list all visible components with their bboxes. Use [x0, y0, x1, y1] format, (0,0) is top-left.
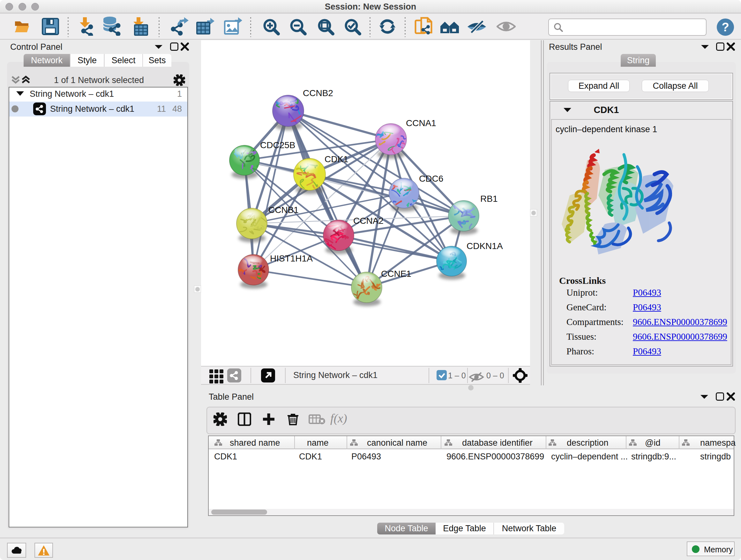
- svg-text:CDC6: CDC6: [419, 174, 443, 184]
- svg-text:CCNE1: CCNE1: [381, 269, 411, 279]
- svg-text:CCNA1: CCNA1: [406, 118, 436, 128]
- svg-text:CCNB1: CCNB1: [268, 205, 299, 215]
- svg-text:RB1: RB1: [480, 194, 497, 204]
- svg-text:CCNB2: CCNB2: [303, 88, 333, 98]
- svg-text:HIST1H1A: HIST1H1A: [270, 253, 313, 263]
- svg-text:CCNA2: CCNA2: [353, 216, 384, 226]
- svg-text:CDKN1A: CDKN1A: [467, 241, 503, 251]
- svg-text:CDK1: CDK1: [325, 154, 348, 164]
- svg-text:CDC25B: CDC25B: [260, 140, 295, 150]
